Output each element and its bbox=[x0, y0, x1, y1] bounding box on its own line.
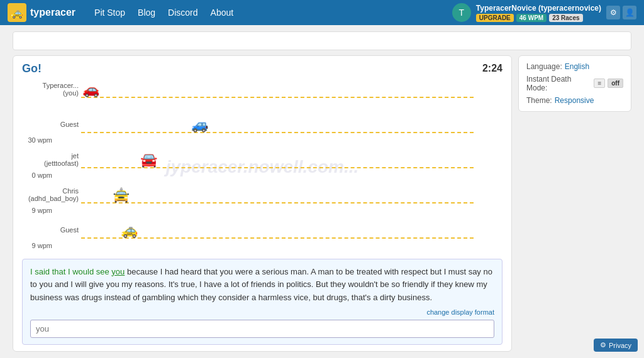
nav-blog[interactable]: Blog bbox=[138, 8, 155, 18]
wpm-badge: 46 WPM bbox=[516, 14, 547, 22]
racer-track: 🚗 bbox=[81, 79, 474, 99]
instant-death-toggle[interactable]: off bbox=[608, 79, 623, 88]
racer-wpm: 0 wpm bbox=[22, 171, 52, 179]
language-label: Language: bbox=[526, 62, 562, 71]
logo-icon: 🚕 bbox=[8, 3, 26, 22]
privacy-icon: ⚙ bbox=[600, 341, 606, 349]
racer-wpm: 30 wpm bbox=[22, 136, 52, 144]
racer-track: 🚖 bbox=[81, 185, 474, 205]
race-main: Go! 2:24 jyperacer.nowell.com... Typerac… bbox=[13, 55, 512, 352]
privacy-label: Privacy bbox=[609, 342, 631, 349]
settings-icon[interactable]: ⚙ bbox=[606, 6, 620, 19]
nav-discord[interactable]: Discord bbox=[168, 8, 197, 18]
car-icon: 🚗 bbox=[82, 83, 99, 97]
racer-name: Guest bbox=[22, 226, 79, 234]
race-timer: 2:24 bbox=[482, 63, 502, 74]
racer-name: Chris(adhd_bad_boy) bbox=[22, 187, 79, 202]
racer-row: Chris(adhd_bad_boy) 🚖 9 wpm bbox=[22, 185, 502, 216]
racer-wpm: 9 wpm bbox=[22, 242, 52, 249]
typing-area: I said that I would see you because I ha… bbox=[22, 259, 502, 345]
racer-row: Typeracer...(you) 🚗 bbox=[22, 79, 502, 111]
user-avatar: T bbox=[452, 3, 471, 22]
track-line bbox=[81, 132, 474, 133]
theme-row: Theme: Responsive bbox=[526, 96, 623, 105]
theme-label: Theme: bbox=[526, 96, 552, 105]
track-line bbox=[81, 202, 474, 203]
quote-text: I said that I would see you because I ha… bbox=[30, 266, 494, 305]
header-right: T TyperacerNovice (typeracernovice) UPGR… bbox=[452, 3, 636, 22]
racer-row: Guest 🚕 9 wpm bbox=[22, 220, 502, 251]
ad-area bbox=[13, 31, 631, 50]
language-value: English bbox=[565, 62, 589, 71]
race-container: Go! 2:24 jyperacer.nowell.com... Typerac… bbox=[13, 55, 631, 352]
change-format-link[interactable]: change display format bbox=[30, 308, 494, 316]
typing-input[interactable] bbox=[30, 320, 494, 338]
theme-value: Responsive bbox=[555, 96, 594, 105]
racer-track: 🚙 bbox=[81, 114, 474, 134]
username: TyperacerNovice (typeracernovice) bbox=[476, 4, 601, 13]
track-line bbox=[81, 237, 474, 239]
car-icon: 🚕 bbox=[121, 224, 138, 237]
track-line bbox=[81, 97, 474, 98]
racer-track: 🚕 bbox=[81, 220, 474, 240]
race-sidebar: Language: English Instant Death Mode: ≡ … bbox=[518, 55, 631, 112]
nav-pit-stop[interactable]: Pit Stop bbox=[94, 8, 125, 18]
upgrade-badge[interactable]: UPGRADE bbox=[476, 14, 514, 22]
racer-row: jet(jetttoofast) 🚘 0 wpm bbox=[22, 149, 502, 181]
typed-portion: I said that I would see bbox=[30, 267, 111, 276]
logo-area[interactable]: 🚕 typeracer bbox=[8, 3, 75, 22]
racer-name: Guest bbox=[22, 121, 79, 128]
race-header: Go! 2:24 bbox=[22, 62, 502, 75]
current-word: you bbox=[111, 267, 125, 276]
user-info: TyperacerNovice (typeracernovice) UPGRAD… bbox=[476, 4, 601, 22]
racer-row: Guest 🚙 30 wpm bbox=[22, 114, 502, 146]
car-icon: 🚘 bbox=[140, 153, 157, 167]
instant-death-icon[interactable]: ≡ bbox=[594, 79, 605, 88]
logo-text: typeracer bbox=[30, 7, 75, 18]
privacy-button[interactable]: ⚙ Privacy bbox=[594, 339, 638, 352]
racer-track: 🚘 bbox=[81, 149, 474, 170]
user-icon[interactable]: 👤 bbox=[623, 6, 636, 19]
header: 🚕 typeracer Pit Stop Blog Discord About … bbox=[0, 0, 644, 25]
header-icons: ⚙ 👤 bbox=[606, 6, 636, 19]
racer-name: Typeracer...(you) bbox=[22, 82, 79, 97]
racer-name: jet(jetttoofast) bbox=[22, 152, 79, 167]
instant-death-label: Instant Death Mode: bbox=[526, 75, 591, 92]
go-text: Go! bbox=[22, 62, 42, 75]
language-row: Language: English bbox=[526, 62, 623, 71]
instant-death-row: Instant Death Mode: ≡ off bbox=[526, 75, 623, 92]
races-badge: 23 Races bbox=[549, 14, 582, 22]
nav-about[interactable]: About bbox=[211, 8, 234, 18]
main: Go! 2:24 jyperacer.nowell.com... Typerac… bbox=[0, 25, 644, 358]
car-icon: 🚙 bbox=[191, 118, 208, 132]
racer-wpm: 9 wpm bbox=[22, 207, 52, 214]
racers-area: jyperacer.nowell.com... Typeracer...(you… bbox=[22, 79, 502, 255]
car-icon: 🚖 bbox=[113, 188, 130, 202]
user-badges: UPGRADE 46 WPM 23 Races bbox=[476, 14, 583, 22]
